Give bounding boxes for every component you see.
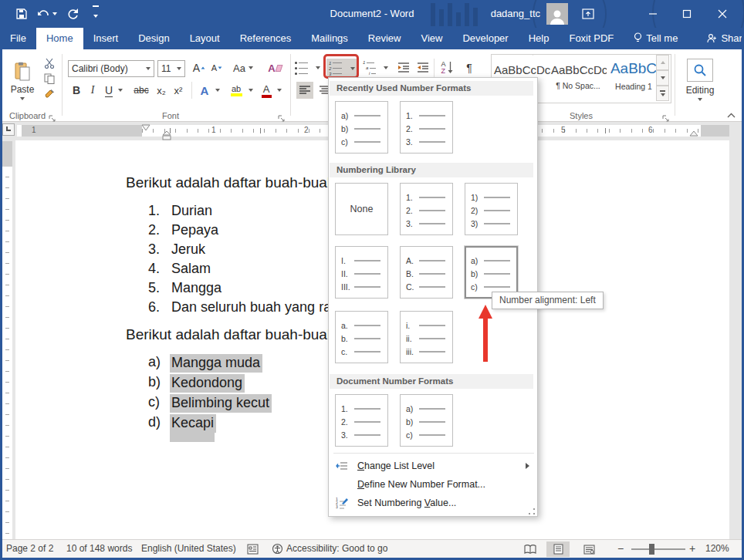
font-name-combobox[interactable]: Calibri (Body) <box>68 60 154 77</box>
number-format-tile-123-paren[interactable]: 1) 2) 3) <box>465 183 518 235</box>
cut-button[interactable] <box>42 57 57 69</box>
account-name[interactable]: dadang_ttc <box>491 0 540 28</box>
multilevel-list-button[interactable]: 1 a i <box>363 59 381 77</box>
set-numbering-value-item[interactable]: 123 Set Numbering Value... <box>330 494 537 511</box>
clipboard-dialog-launcher[interactable] <box>49 112 58 121</box>
vertical-ruler[interactable] <box>2 141 12 539</box>
change-list-level-item[interactable]: Change List Level <box>330 457 537 474</box>
collapse-ribbon-button[interactable] <box>724 110 738 120</box>
underline-button[interactable]: U <box>102 82 116 99</box>
highlight-chevron[interactable] <box>246 82 255 99</box>
tab-view[interactable]: View <box>411 28 452 49</box>
tab-design[interactable]: Design <box>128 28 179 49</box>
number-format-tile-abc-paren[interactable]: a) b) c) <box>335 101 388 153</box>
selected-list-item-text[interactable]: Mangga muda <box>170 354 262 373</box>
selected-list-item-text[interactable]: Belimbing kecut <box>170 394 272 413</box>
number-format-tile-roman-upper[interactable]: I. II. III. <box>335 246 388 299</box>
define-new-number-format-item[interactable]: Define New Number Format... <box>330 476 537 493</box>
subscript-button[interactable]: x₂ <box>153 82 170 99</box>
tab-selector[interactable] <box>2 123 15 136</box>
tab-layout[interactable]: Layout <box>180 28 230 49</box>
number-format-tile-123-dot[interactable]: 1. 2. 3. <box>400 183 453 235</box>
paste-button[interactable]: Paste <box>6 56 39 106</box>
font-color-chevron[interactable] <box>275 82 284 99</box>
number-format-tile-123-dot[interactable]: 1. 2. 3. <box>400 101 453 153</box>
superscript-button[interactable]: x² <box>170 82 187 99</box>
number-format-tile-abc-dot[interactable]: a. b. c. <box>335 311 388 363</box>
tab-mailings[interactable]: Mailings <box>301 28 358 49</box>
underline-chevron[interactable] <box>116 82 125 99</box>
tell-me-box[interactable]: Tell me <box>624 28 688 49</box>
tab-insert[interactable]: Insert <box>83 28 129 49</box>
language-indicator[interactable]: English (United States) <box>141 540 236 558</box>
tab-review[interactable]: Review <box>358 28 411 49</box>
list-item-text[interactable]: Dan seluruh buah yang rasan <box>171 299 353 315</box>
accessibility-status[interactable]: Accessibility: Good to go <box>286 540 387 558</box>
zoom-slider-thumb[interactable] <box>649 544 654 555</box>
list-item-text[interactable]: Mangga <box>171 280 222 296</box>
maximize-button[interactable] <box>670 0 704 28</box>
share-button[interactable]: Share <box>697 28 744 49</box>
font-color-button[interactable]: A <box>258 80 275 100</box>
show-paragraph-marks-button[interactable]: ¶ <box>462 59 477 77</box>
tab-references[interactable]: References <box>230 28 301 49</box>
font-size-combobox[interactable]: 11 <box>157 60 185 77</box>
text-effects-button[interactable]: A <box>196 82 213 99</box>
tab-home[interactable]: Home <box>36 28 83 49</box>
tab-help[interactable]: Help <box>519 28 560 49</box>
styles-dialog-launcher[interactable] <box>662 112 671 121</box>
avatar[interactable] <box>546 3 568 25</box>
zoom-in-button[interactable]: + <box>689 540 695 558</box>
change-case-button[interactable]: Aa <box>230 59 256 77</box>
bullets-button[interactable] <box>295 59 313 77</box>
copy-button[interactable] <box>42 73 57 85</box>
list-item-text[interactable]: Pepaya <box>171 222 218 238</box>
increase-indent-button[interactable] <box>414 59 431 77</box>
number-format-tile-123-dot[interactable]: 1. 2. 3. <box>335 394 388 447</box>
word-count[interactable]: 10 of 148 words <box>66 540 132 558</box>
ribbon-display-options-button[interactable] <box>571 0 605 28</box>
read-mode-button[interactable] <box>519 541 542 557</box>
hanging-indent-marker[interactable] <box>162 130 171 140</box>
bold-button[interactable]: B <box>69 82 83 99</box>
decrease-indent-button[interactable] <box>395 59 412 77</box>
editing-button[interactable]: Editing <box>681 56 719 103</box>
right-indent-marker[interactable] <box>689 130 698 137</box>
page-indicator[interactable]: Page 2 of 2 <box>6 540 53 558</box>
number-format-tile-none[interactable]: None <box>335 183 388 235</box>
styles-scroll-up-button[interactable] <box>656 55 669 70</box>
print-layout-button[interactable] <box>546 541 570 557</box>
close-button[interactable] <box>705 0 739 28</box>
style-no-spacing[interactable]: AaBbCcDc¶ No Spac... <box>551 56 605 100</box>
list-item-text[interactable]: Salam <box>171 261 211 277</box>
tab-foxit-pdf[interactable]: Foxit PDF <box>559 28 624 49</box>
number-format-tile-abc-paren-selected[interactable]: a) b) c) <box>465 246 518 299</box>
grow-font-button[interactable]: A <box>191 59 208 77</box>
minimize-button[interactable] <box>636 0 670 28</box>
text-highlight-button[interactable]: ab <box>226 80 246 100</box>
bullets-chevron[interactable] <box>313 59 323 77</box>
italic-button[interactable]: I <box>86 82 99 99</box>
list-item-text[interactable]: Jeruk <box>171 241 205 258</box>
zoom-slider[interactable] <box>631 548 685 550</box>
zoom-percentage[interactable]: 120% <box>705 540 729 558</box>
dropdown-resize-grip[interactable] <box>529 508 535 514</box>
selected-list-item-text[interactable]: Kecapi <box>170 414 216 433</box>
number-format-tile-abc-paren[interactable]: a) b) c) <box>400 394 453 447</box>
style-heading1[interactable]: AaBbCHeading 1 <box>607 56 661 100</box>
align-left-button[interactable] <box>296 82 313 99</box>
tab-file[interactable]: File <box>0 28 36 49</box>
styles-more-button[interactable] <box>656 86 669 101</box>
web-layout-button[interactable] <box>577 541 600 557</box>
format-painter-button[interactable] <box>42 88 57 100</box>
selected-list-item-text[interactable]: Kedondong <box>170 374 245 393</box>
sort-button[interactable]: AZ <box>437 57 457 79</box>
tab-developer[interactable]: Developer <box>452 28 518 49</box>
clear-formatting-button[interactable]: A <box>265 59 284 77</box>
text-effects-chevron[interactable] <box>213 82 222 99</box>
list-item-text[interactable]: Durian <box>171 203 212 219</box>
shrink-font-button[interactable]: A <box>209 59 225 77</box>
first-line-indent-marker[interactable] <box>141 124 150 131</box>
strikethrough-button[interactable]: abc <box>131 82 151 99</box>
number-format-tile-ABC-dot[interactable]: A. B. C. <box>400 246 453 299</box>
